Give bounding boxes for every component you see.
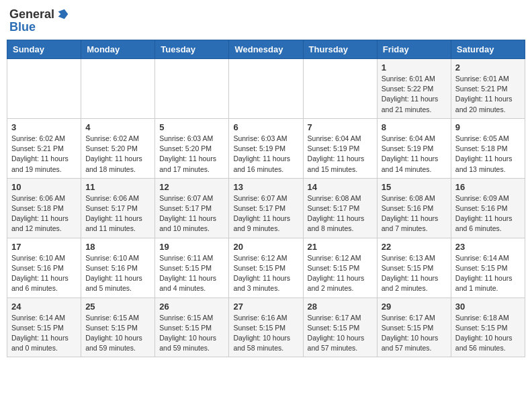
day-info: Sunrise: 6:10 AM Sunset: 5:16 PM Dayligh… (11, 253, 77, 294)
day-number: 25 (85, 302, 150, 312)
calendar-week-2: 3Sunrise: 6:02 AM Sunset: 5:21 PM Daylig… (7, 118, 525, 178)
calendar-cell: 8Sunrise: 6:04 AM Sunset: 5:19 PM Daylig… (377, 118, 451, 178)
calendar-cell: 3Sunrise: 6:02 AM Sunset: 5:21 PM Daylig… (7, 118, 81, 178)
calendar-cell: 4Sunrise: 6:02 AM Sunset: 5:20 PM Daylig… (81, 118, 155, 178)
calendar-cell (7, 59, 81, 119)
day-number: 20 (233, 242, 298, 252)
calendar-cell: 30Sunrise: 6:18 AM Sunset: 5:15 PM Dayli… (451, 298, 525, 357)
calendar-cell: 11Sunrise: 6:06 AM Sunset: 5:17 PM Dayli… (81, 178, 155, 238)
day-info: Sunrise: 6:02 AM Sunset: 5:21 PM Dayligh… (11, 134, 77, 175)
logo-general: General (9, 7, 54, 21)
calendar-cell: 1Sunrise: 6:01 AM Sunset: 5:22 PM Daylig… (377, 59, 451, 119)
day-info: Sunrise: 6:17 AM Sunset: 5:15 PM Dayligh… (382, 313, 447, 354)
day-info: Sunrise: 6:06 AM Sunset: 5:17 PM Dayligh… (85, 193, 150, 234)
day-info: Sunrise: 6:04 AM Sunset: 5:19 PM Dayligh… (308, 134, 373, 175)
calendar-table: SundayMondayTuesdayWednesdayThursdayFrid… (7, 40, 525, 357)
day-number: 7 (308, 122, 373, 132)
day-number: 27 (233, 302, 298, 312)
day-number: 14 (308, 182, 373, 192)
day-number: 3 (11, 122, 77, 132)
calendar-cell: 13Sunrise: 6:07 AM Sunset: 5:17 PM Dayli… (229, 178, 303, 238)
day-number: 21 (308, 242, 373, 252)
day-number: 8 (382, 122, 447, 132)
calendar-cell: 25Sunrise: 6:15 AM Sunset: 5:15 PM Dayli… (81, 298, 155, 357)
calendar-cell (303, 59, 377, 119)
calendar-cell: 6Sunrise: 6:03 AM Sunset: 5:19 PM Daylig… (229, 118, 303, 178)
day-number: 16 (455, 182, 521, 192)
day-info: Sunrise: 6:09 AM Sunset: 5:16 PM Dayligh… (455, 193, 521, 234)
page-header: General Blue (7, 7, 525, 34)
day-number: 23 (455, 242, 521, 252)
day-number: 19 (159, 242, 224, 252)
day-info: Sunrise: 6:12 AM Sunset: 5:15 PM Dayligh… (308, 253, 373, 294)
day-header-thursday: Thursday (303, 40, 377, 59)
calendar-week-1: 1Sunrise: 6:01 AM Sunset: 5:22 PM Daylig… (7, 59, 525, 119)
day-number: 9 (455, 122, 521, 132)
calendar-week-3: 10Sunrise: 6:06 AM Sunset: 5:18 PM Dayli… (7, 178, 525, 238)
day-number: 2 (455, 62, 521, 73)
day-info: Sunrise: 6:01 AM Sunset: 5:21 PM Dayligh… (455, 74, 521, 115)
day-number: 22 (382, 242, 447, 252)
calendar-cell: 2Sunrise: 6:01 AM Sunset: 5:21 PM Daylig… (451, 59, 525, 119)
day-header-wednesday: Wednesday (229, 40, 303, 59)
day-info: Sunrise: 6:15 AM Sunset: 5:15 PM Dayligh… (159, 313, 224, 354)
calendar-cell: 5Sunrise: 6:03 AM Sunset: 5:20 PM Daylig… (155, 118, 229, 178)
day-info: Sunrise: 6:08 AM Sunset: 5:16 PM Dayligh… (382, 193, 447, 234)
day-info: Sunrise: 6:13 AM Sunset: 5:15 PM Dayligh… (382, 253, 447, 294)
day-number: 30 (455, 302, 521, 312)
calendar-cell: 14Sunrise: 6:08 AM Sunset: 5:17 PM Dayli… (303, 178, 377, 238)
logo-arrow-icon (56, 7, 71, 21)
day-number: 24 (11, 302, 77, 312)
calendar-cell: 19Sunrise: 6:11 AM Sunset: 5:15 PM Dayli… (155, 238, 229, 298)
day-info: Sunrise: 6:07 AM Sunset: 5:17 PM Dayligh… (233, 193, 298, 234)
day-number: 5 (159, 122, 224, 132)
day-info: Sunrise: 6:16 AM Sunset: 5:15 PM Dayligh… (233, 313, 298, 354)
day-info: Sunrise: 6:12 AM Sunset: 5:15 PM Dayligh… (233, 253, 298, 294)
calendar-cell: 29Sunrise: 6:17 AM Sunset: 5:15 PM Dayli… (377, 298, 451, 357)
day-info: Sunrise: 6:05 AM Sunset: 5:18 PM Dayligh… (455, 134, 521, 175)
day-header-saturday: Saturday (451, 40, 525, 59)
day-info: Sunrise: 6:01 AM Sunset: 5:22 PM Dayligh… (382, 74, 447, 115)
calendar-cell: 7Sunrise: 6:04 AM Sunset: 5:19 PM Daylig… (303, 118, 377, 178)
calendar-cell: 16Sunrise: 6:09 AM Sunset: 5:16 PM Dayli… (451, 178, 525, 238)
day-info: Sunrise: 6:15 AM Sunset: 5:15 PM Dayligh… (85, 313, 150, 354)
day-info: Sunrise: 6:14 AM Sunset: 5:15 PM Dayligh… (11, 313, 77, 354)
day-number: 12 (159, 182, 224, 192)
calendar-cell: 10Sunrise: 6:06 AM Sunset: 5:18 PM Dayli… (7, 178, 81, 238)
day-info: Sunrise: 6:03 AM Sunset: 5:19 PM Dayligh… (233, 134, 298, 175)
calendar-cell: 9Sunrise: 6:05 AM Sunset: 5:18 PM Daylig… (451, 118, 525, 178)
day-header-monday: Monday (81, 40, 155, 59)
day-header-sunday: Sunday (7, 40, 81, 59)
calendar-cell: 20Sunrise: 6:12 AM Sunset: 5:15 PM Dayli… (229, 238, 303, 298)
logo-blue: Blue (9, 20, 36, 34)
day-number: 29 (382, 302, 447, 312)
day-info: Sunrise: 6:10 AM Sunset: 5:16 PM Dayligh… (85, 253, 150, 294)
day-info: Sunrise: 6:11 AM Sunset: 5:15 PM Dayligh… (159, 253, 224, 294)
calendar-cell: 27Sunrise: 6:16 AM Sunset: 5:15 PM Dayli… (229, 298, 303, 357)
day-number: 11 (85, 182, 150, 192)
day-header-friday: Friday (377, 40, 451, 59)
day-info: Sunrise: 6:17 AM Sunset: 5:15 PM Dayligh… (308, 313, 373, 354)
day-number: 10 (11, 182, 77, 192)
day-info: Sunrise: 6:18 AM Sunset: 5:15 PM Dayligh… (455, 313, 521, 354)
day-number: 15 (382, 182, 447, 192)
calendar-cell: 12Sunrise: 6:07 AM Sunset: 5:17 PM Dayli… (155, 178, 229, 238)
calendar-cell (229, 59, 303, 119)
day-info: Sunrise: 6:04 AM Sunset: 5:19 PM Dayligh… (382, 134, 447, 175)
logo: General Blue (9, 7, 71, 34)
calendar-cell: 26Sunrise: 6:15 AM Sunset: 5:15 PM Dayli… (155, 298, 229, 357)
calendar-week-5: 24Sunrise: 6:14 AM Sunset: 5:15 PM Dayli… (7, 298, 525, 357)
day-number: 18 (85, 242, 150, 252)
calendar-cell: 24Sunrise: 6:14 AM Sunset: 5:15 PM Dayli… (7, 298, 81, 357)
day-number: 4 (85, 122, 150, 132)
day-number: 17 (11, 242, 77, 252)
day-number: 1 (382, 62, 447, 73)
day-info: Sunrise: 6:08 AM Sunset: 5:17 PM Dayligh… (308, 193, 373, 234)
day-number: 28 (308, 302, 373, 312)
day-number: 6 (233, 122, 298, 132)
calendar-cell (155, 59, 229, 119)
calendar-cell: 22Sunrise: 6:13 AM Sunset: 5:15 PM Dayli… (377, 238, 451, 298)
day-info: Sunrise: 6:14 AM Sunset: 5:15 PM Dayligh… (455, 253, 521, 294)
day-info: Sunrise: 6:02 AM Sunset: 5:20 PM Dayligh… (85, 134, 150, 175)
day-number: 13 (233, 182, 298, 192)
